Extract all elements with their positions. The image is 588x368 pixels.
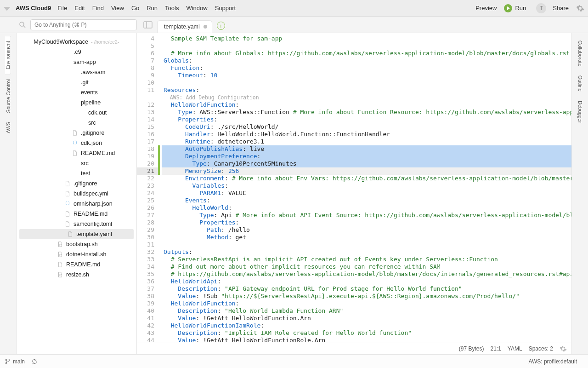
indent-setting[interactable]: Spaces: 2 [529, 345, 553, 352]
sidebar-toggle-icon[interactable] [142, 19, 153, 30]
workspace-path: - /home/ec2- [91, 39, 119, 45]
tree-item[interactable]: cdk.json [17, 138, 136, 148]
tabbar: template.yaml + [137, 17, 584, 33]
branch-icon [5, 358, 11, 365]
editor-pane: 4567891011121314151617181920212223242526… [137, 33, 571, 354]
preview-button[interactable]: Preview [475, 5, 497, 12]
tree-item[interactable]: dotnet-install.sh [17, 249, 136, 259]
tree-item[interactable]: template.yaml [19, 229, 134, 239]
svg-point-0 [20, 22, 24, 26]
aws-profile[interactable]: AWS: profile:default [528, 358, 577, 365]
tree-item[interactable]: README.md [17, 209, 136, 219]
tree-item-label: resize.sh [66, 271, 89, 278]
cursor-position[interactable]: 21:1 [490, 345, 501, 352]
menu-edit[interactable]: Edit [74, 5, 85, 12]
tree-item[interactable]: README.md [17, 259, 136, 270]
right-siderail: CollaborateOutlineDebugger [571, 33, 588, 354]
tree-item-label: buildspec.yml [74, 190, 108, 197]
cloud9-menu-icon[interactable] [4, 5, 10, 12]
workspace-body: EnvironmentSource ControlAWS MyCloud9Wor… [0, 33, 588, 354]
brand: AWS Cloud9 [16, 5, 51, 12]
file-icon [64, 180, 71, 187]
tree-item-label: src [81, 160, 89, 167]
tree-item-label: dotnet-install.sh [66, 251, 107, 258]
svg-point-12 [9, 359, 10, 361]
menu-find[interactable]: Find [92, 5, 104, 12]
rail-aws[interactable]: AWS [6, 117, 11, 138]
codelens-add-debug[interactable]: AWS: Add Debug Configuration [162, 94, 571, 101]
svg-rect-2 [144, 22, 152, 28]
menu-tools[interactable]: Tools [165, 5, 179, 12]
git-branch[interactable]: main [5, 358, 25, 365]
tree-item[interactable]: src [17, 158, 136, 168]
code-area[interactable]: Sample SAM Template for sam-app # More i… [162, 33, 571, 343]
tree-item[interactable]: resize.sh [17, 270, 136, 280]
menu-run[interactable]: Run [147, 5, 158, 12]
gear-icon[interactable] [576, 4, 584, 12]
svg-point-8 [59, 275, 60, 276]
tree-item[interactable]: .git [17, 77, 136, 87]
tree-item-label: samconfig.toml [74, 221, 112, 227]
editor[interactable]: 4567891011121314151617181920212223242526… [137, 33, 571, 343]
tree-item-label: README.md [81, 150, 115, 156]
filetree: MyCloud9Workspace - /home/ec2- .c9sam-ap… [17, 33, 137, 354]
rail-environment[interactable]: Environment [5, 36, 11, 75]
svg-point-7 [61, 254, 62, 255]
tree-item-label: test [81, 170, 90, 177]
sync-button[interactable] [31, 358, 38, 365]
file-icon [64, 190, 71, 197]
svg-point-4 [59, 244, 60, 245]
tree-item[interactable]: cdk.out [17, 108, 136, 118]
workspace-root[interactable]: MyCloud9Workspace - /home/ec2- [17, 37, 136, 47]
toolbar: template.yaml + [0, 17, 588, 33]
file-icon [64, 221, 71, 227]
new-tab-button[interactable]: + [217, 22, 225, 30]
tree-item[interactable]: README.md [17, 148, 136, 158]
tree-item[interactable]: buildspec.yml [17, 189, 136, 199]
tree-item[interactable]: samconfig.toml [17, 219, 136, 229]
tree-item-label: README.md [74, 211, 107, 217]
menu-file[interactable]: File [57, 5, 67, 12]
tree-item[interactable]: .gitignore [17, 128, 136, 138]
svg-point-10 [6, 359, 7, 361]
menubar: AWS Cloud9 FileEditFindViewGoRunToolsWin… [0, 0, 588, 17]
rail-outline[interactable]: Outline [577, 71, 583, 96]
file-icon [64, 211, 71, 217]
tree-item-label: pipeline [81, 99, 101, 106]
script-icon [57, 241, 63, 247]
tree-item[interactable]: sam-app [17, 57, 136, 67]
menu-window[interactable]: Window [186, 5, 207, 12]
tree-item[interactable]: src [17, 118, 136, 128]
search-icon[interactable] [18, 21, 27, 29]
tree-item[interactable]: .gitignore [17, 178, 136, 189]
menu-support[interactable]: Support [215, 5, 236, 12]
tree-item[interactable]: test [17, 168, 136, 178]
tree-item[interactable]: events [17, 87, 136, 98]
run-button[interactable]: Run [504, 4, 526, 12]
dirty-indicator-icon [204, 25, 207, 29]
menu-go[interactable]: Go [131, 5, 139, 12]
language-mode[interactable]: YAML [508, 345, 522, 352]
editor-settings-icon[interactable] [560, 345, 567, 352]
tree-item-label: .gitignore [74, 180, 97, 187]
tree-item[interactable]: bootstrap.sh [17, 239, 136, 249]
svg-line-1 [23, 26, 25, 28]
search-area [17, 19, 137, 30]
tree-item[interactable]: .c9 [17, 47, 136, 57]
tab-template-yaml[interactable]: template.yaml [157, 20, 212, 33]
avatar[interactable]: T [536, 3, 546, 13]
rail-debugger[interactable]: Debugger [577, 96, 583, 127]
file-icon [72, 130, 78, 136]
menu-view[interactable]: View [111, 5, 124, 12]
share-button[interactable]: Share [553, 5, 569, 12]
rail-collaborate[interactable]: Collaborate [577, 36, 583, 71]
tree-item[interactable]: pipeline [17, 98, 136, 108]
sync-icon [31, 358, 38, 365]
tree-item[interactable]: .aws-sam [17, 67, 136, 77]
search-input[interactable] [30, 19, 137, 30]
tree-item-label: README.md [66, 261, 100, 268]
rail-source-control[interactable]: Source Control [6, 75, 11, 117]
tree-item-label: omnisharp.json [74, 201, 113, 207]
script-icon [57, 251, 63, 258]
tree-item[interactable]: omnisharp.json [17, 199, 136, 209]
